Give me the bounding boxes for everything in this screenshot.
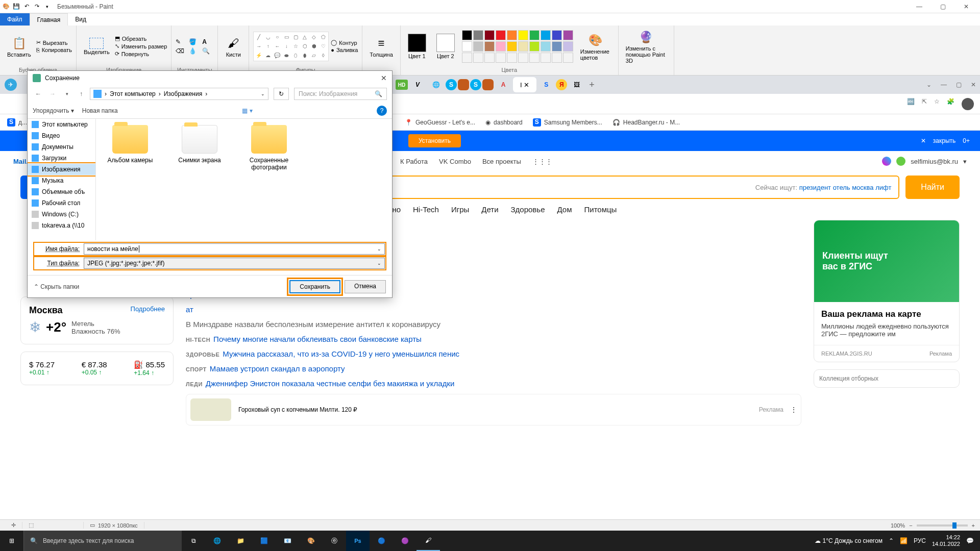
banner-close-text[interactable]: закрыть — [933, 137, 955, 144]
tab-s[interactable]: S — [537, 77, 555, 92]
breadcrumb[interactable]: › Этот компьютер › Изображения › ⌄ — [90, 88, 268, 100]
dialog-search-input[interactable]: Поиск: Изображения🔍 — [294, 88, 387, 100]
tools-grid[interactable]: ✎🪣A ⌫💧🔍 — [176, 38, 213, 55]
translate-icon[interactable]: 🔤 — [907, 98, 915, 110]
extensions-icon[interactable]: 🧩 — [947, 98, 954, 110]
undo-icon[interactable]: ↶ — [22, 3, 31, 11]
nav-fwd-button[interactable]: → — [47, 88, 58, 99]
close-button[interactable]: ✕ — [954, 0, 978, 13]
mailru-menu-item[interactable]: Все проекты — [482, 158, 521, 165]
nav-item[interactable]: Здоровье — [511, 205, 545, 214]
tab-a[interactable]: A — [495, 77, 512, 92]
tab-active[interactable]: I ✕ — [513, 77, 536, 92]
taskbar-ps[interactable]: Ps — [346, 531, 370, 551]
save-icon[interactable]: 💾 — [12, 3, 20, 11]
tab-orange2[interactable] — [482, 79, 494, 90]
folder-item[interactable]: Альбом камеры — [102, 125, 158, 164]
tray-notifications-icon[interactable]: 💬 — [966, 537, 974, 544]
mailru-menu-item[interactable]: К Работа — [400, 158, 428, 165]
install-button[interactable]: Установить — [408, 134, 461, 147]
help-button[interactable]: ? — [377, 106, 387, 116]
taskbar-outlook[interactable]: 📧 — [276, 531, 299, 551]
brushes-button[interactable]: 🖌 Кисти — [222, 34, 244, 59]
bookmark-item[interactable]: 🎧HeadBanger.ru - М... — [612, 119, 680, 126]
bookmark-item[interactable]: Sд... — [7, 118, 27, 127]
rotate-button[interactable]: ⟳Повернуть — [115, 51, 167, 57]
dialog-close-button[interactable]: ✕ — [381, 74, 387, 82]
tab-yandex[interactable]: Я — [556, 79, 567, 90]
ad-card[interactable]: Клиенты ищут вас в 2ГИС Ваша реклама на … — [814, 220, 960, 362]
news-item[interactable]: ЛЕДИДженнифер Энистон показала честные с… — [186, 379, 801, 388]
nav-item[interactable]: Питомцы — [584, 205, 617, 214]
weather-more-link[interactable]: Подробнее — [131, 305, 165, 316]
folder-item[interactable]: Сохраненные фотографии — [241, 125, 297, 171]
outline-button[interactable]: ◯Контур — [331, 39, 358, 46]
zoom-in-button[interactable]: + — [972, 522, 975, 529]
nav-up-button[interactable]: ↑ — [76, 88, 87, 99]
tab-orange1[interactable] — [458, 79, 469, 90]
nav-history-button[interactable]: ▾ — [61, 88, 72, 99]
sidebar-item-desktop[interactable]: Рабочий стол — [28, 197, 95, 209]
shapes-gallery[interactable]: ╱◡○▭▢△◇⬠ →↑←↓☆⬡⬢♡ ⚡☁💬⬬⬯⬮▱◊ — [253, 32, 329, 61]
minimize-button[interactable]: — — [908, 0, 931, 13]
promo-text[interactable]: Гороховый суп с копчеными Милти. 120 ₽ — [238, 406, 357, 413]
new-folder-button[interactable]: Новая папка — [82, 107, 118, 114]
hide-folders-button[interactable]: ⌃ Скрыть папки — [34, 283, 79, 290]
news-item[interactable]: HI-TECHПочему многие начали обклеивать с… — [186, 335, 801, 343]
task-view-button[interactable]: ⧉ — [182, 531, 205, 551]
resize-button[interactable]: ⤡Изменить размер — [115, 43, 167, 49]
zoom-slider[interactable] — [917, 524, 968, 527]
bookmark-item[interactable]: 📍GeoGuessr - Let's e... — [405, 119, 475, 126]
more-icon[interactable]: ⋮ — [791, 406, 797, 413]
color1-button[interactable]: Цвет 1 — [405, 33, 429, 60]
paint3d-button[interactable]: 🔮 Изменить с помощью Paint 3D — [623, 28, 670, 65]
tray-weather[interactable]: ☁ 1°C Дождь со снегом — [815, 537, 883, 544]
bookmark-item[interactable]: ◉dashboard — [485, 119, 523, 126]
tray-lang[interactable]: РУС — [914, 537, 926, 544]
tab-skype1[interactable]: S — [446, 79, 457, 90]
tab-file[interactable]: Файл — [0, 13, 30, 26]
sidebar-item-downloads[interactable]: Загрузки — [28, 153, 95, 164]
search-button[interactable]: Найти — [905, 176, 960, 199]
taskbar-chrome[interactable]: 🔵 — [370, 531, 393, 551]
folder-item[interactable]: Снимки экрана — [172, 125, 228, 164]
chevron-down-icon[interactable]: ⌄ — [926, 81, 932, 88]
rates-card[interactable]: $ 76.27+0.01 ↑ € 87.38+0.05 ↑ ⛽ 85.55+1.… — [20, 352, 174, 385]
color-palette[interactable] — [462, 30, 573, 63]
browser-maximize[interactable]: ▢ — [956, 81, 962, 88]
thickness-button[interactable]: ≡ Толщина — [366, 34, 396, 59]
taskbar-paint[interactable]: 🖌 — [416, 531, 440, 551]
taskbar-search[interactable]: 🔍 Введите здесь текст для поиска — [23, 531, 182, 551]
nav-item[interactable]: Hi-Tech — [413, 205, 439, 214]
crop-button[interactable]: ⬒Обрезать — [115, 35, 167, 42]
tab-home[interactable]: Главная — [30, 13, 68, 26]
filetype-select[interactable]: JPEG (*.jpg;*.jpeg;*.jpe;*.jfif)⌄ — [84, 258, 385, 269]
news-item[interactable]: ат — [186, 305, 801, 314]
chevron-down-icon[interactable]: ▾ — [963, 158, 967, 165]
sidebar-item-documents[interactable]: Документы — [28, 141, 95, 153]
save-button[interactable]: Сохранить — [289, 280, 340, 293]
maximize-button[interactable]: ▢ — [931, 0, 954, 13]
star-icon[interactable]: ☆ — [934, 98, 940, 110]
sidebar-item-network[interactable]: tokareva.a (\\10 — [28, 220, 95, 231]
cut-button[interactable]: ✂Вырезать — [36, 39, 72, 46]
browser-close[interactable]: ✕ — [971, 81, 976, 88]
fill-button[interactable]: ●Заливка — [331, 47, 358, 53]
share-icon[interactable]: ⇱ — [922, 98, 927, 110]
cancel-button[interactable]: Отмена — [345, 280, 386, 293]
sidebar-item-images[interactable]: Изображения — [28, 164, 95, 175]
tab-img[interactable]: 🖼 — [568, 77, 585, 92]
tab-globe[interactable]: 🌐 — [427, 77, 445, 92]
news-item[interactable]: СПОРТМамаев устроил скандал в аэропорту — [186, 364, 801, 373]
sidebar-item-pc[interactable]: Этот компьютер — [28, 119, 95, 130]
avatar-icon[interactable] — [962, 98, 974, 110]
sidebar-item-3d[interactable]: Объемные объ — [28, 186, 95, 197]
taskbar-ie[interactable]: ⓔ — [323, 531, 346, 551]
sidebar-item-drive-c[interactable]: Windows (C:) — [28, 209, 95, 220]
apps-icon[interactable]: ⋮⋮⋮ — [532, 158, 552, 165]
nav-back-button[interactable]: ← — [33, 88, 44, 99]
collection-card[interactable]: Коллекция отборных — [814, 369, 960, 388]
taskbar-edge[interactable]: 🌐 — [205, 531, 229, 551]
tab-v[interactable]: V — [409, 77, 426, 92]
nav-item[interactable]: Дети — [481, 205, 498, 214]
